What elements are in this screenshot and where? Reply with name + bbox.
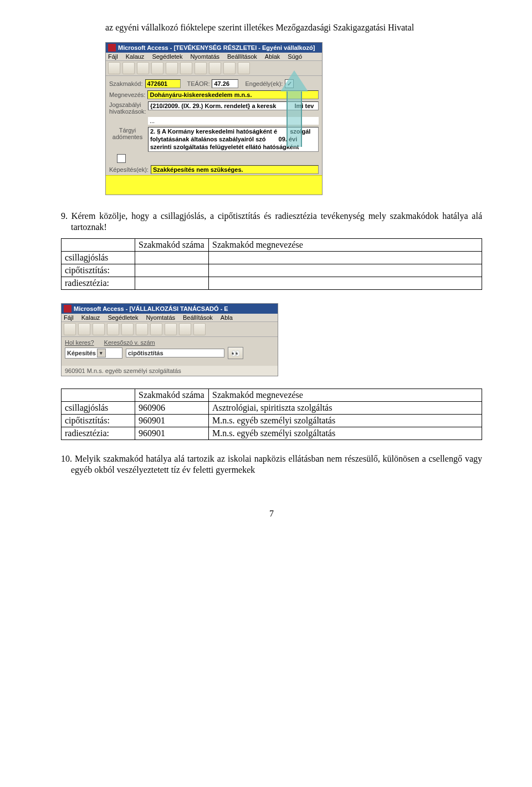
label-teaor: TEÁOR: (187, 80, 210, 87)
toolbar-button[interactable] (193, 323, 206, 335)
chevron-down-icon[interactable]: ▾ (97, 349, 106, 357)
menu-item[interactable]: Segédletek (152, 53, 182, 60)
checkbox-engedely[interactable]: ✓ (285, 79, 294, 88)
toolbar-button[interactable] (179, 323, 191, 335)
text-targyi-2b: 09. évi (279, 136, 298, 142)
toolbar-button[interactable] (64, 323, 76, 335)
app-icon (64, 305, 71, 313)
toolbar-button[interactable] (122, 62, 135, 74)
th-desc: Szakmakód megnevezése (209, 389, 482, 402)
row-label: csillagjóslás (62, 402, 135, 415)
row-label: cipőtisztítás: (62, 264, 135, 277)
dropdown-hol[interactable]: Képesítés ▾ (65, 347, 122, 359)
window-title: Microsoft Access - [TEVÉKENYSÉG RÉSZLETE… (118, 44, 315, 51)
field-kepesites[interactable]: Szakképesítés nem szükséges. (151, 165, 319, 174)
table-filled: Szakmakód száma Szakmakód megnevezése cs… (61, 389, 482, 440)
field-megnevezes[interactable]: Dohányáru-kiskereskedelem m.n.s. (147, 90, 319, 99)
toolbar-button[interactable] (165, 323, 177, 335)
row-label: radiesztézia: (62, 427, 135, 440)
row-desc: M.n.s. egyéb személyi szolgáltatás (209, 427, 482, 440)
field-jogszab: {210/2009. (IX. 29.) Korm. rendelet} a k… (150, 103, 276, 109)
row-label: cipőtisztítás: (62, 415, 135, 427)
search-result[interactable]: 960901 M.n.s. egyéb személyi szolgáltatá… (62, 366, 278, 376)
menu-bar[interactable]: Fájl Kalauz Segédletek Nyomtatás Beállít… (62, 314, 278, 322)
label-engedely: Engedély(ek): (245, 80, 283, 87)
th-code: Szakmakód száma (135, 239, 209, 252)
text-targyi-2: folytatásának általános szabályairól szó (150, 136, 265, 142)
menu-item[interactable]: Kalauz (126, 53, 145, 60)
toolbar-button[interactable] (151, 62, 163, 74)
window-titlebar: Microsoft Access - [TEVÉKENYSÉG RÉSZLETE… (106, 43, 322, 53)
field-dots: ... (148, 117, 319, 125)
toolbar-button[interactable] (136, 323, 148, 335)
window-title: Microsoft Access - [VÁLLALKOZÁSI TANÁCSA… (74, 305, 228, 312)
menu-item[interactable]: Kalauz (81, 314, 100, 321)
field-teaor[interactable]: 47.26 (212, 79, 238, 88)
label-jogszab: Jogszabályi hivatkozások: (109, 101, 146, 115)
row-desc: M.n.s. egyéb személyi szolgáltatás (209, 415, 482, 427)
table-blank: Szakmakód száma Szakmakód megnevezése cs… (61, 238, 482, 290)
toolbar-button[interactable] (209, 62, 221, 74)
question-10: 10. Melyik szakmakód hatálya alá tartozi… (61, 453, 482, 476)
text-targyi-3: szerinti szolgáltatás felügyeletét ellát… (150, 144, 316, 151)
intro-text: az egyéni vállalkozó fióktelepe szerint … (61, 22, 482, 33)
toolbar-button[interactable] (107, 323, 119, 335)
menu-item[interactable]: Beállítások (183, 314, 213, 321)
menu-item[interactable]: Segédletek (108, 314, 138, 321)
toolbar-button[interactable] (180, 62, 192, 74)
row-code: 960906 (135, 402, 209, 415)
toolbar (62, 322, 278, 337)
menu-bar[interactable]: Fájl Kalauz Segédletek Nyomtatás Beállít… (106, 53, 322, 61)
page-number: 7 (61, 509, 482, 519)
toolbar-button[interactable] (121, 323, 134, 335)
toolbar-button[interactable] (223, 62, 236, 74)
field-szakmakod[interactable]: 472601 (145, 79, 181, 88)
input-kereso[interactable]: cipőtisztítás (126, 349, 224, 357)
question-9: 9. Kérem közölje, hogy a csillagjóslás, … (61, 211, 482, 233)
label-megnevezes: Megnevezés: (109, 91, 145, 98)
label-kereso: Keresőszó v. szám (104, 339, 155, 346)
menu-item[interactable]: Nyomtatás (190, 53, 219, 60)
toolbar-button[interactable] (166, 62, 178, 74)
menu-item[interactable]: Fájl (64, 314, 74, 321)
window-titlebar: Microsoft Access - [VÁLLALKOZÁSI TANÁCSA… (62, 304, 278, 314)
search-binoculars-icon[interactable]: 👀 (228, 347, 243, 359)
toolbar-button[interactable] (78, 323, 90, 335)
toolbar (106, 61, 322, 76)
app-icon (108, 44, 116, 52)
field-jogszab-tail: lmi tev (295, 103, 314, 109)
th-desc: Szakmakód megnevezése (209, 239, 482, 252)
text-targyi-1b: szolgál (290, 128, 310, 135)
menu-item[interactable]: Súgó (288, 53, 302, 60)
row-label: csillagjóslás (62, 252, 135, 264)
toolbar-button[interactable] (150, 323, 162, 335)
toolbar-button[interactable] (108, 62, 120, 74)
toolbar-button[interactable] (195, 62, 207, 74)
menu-item[interactable]: Fájl (108, 53, 118, 60)
toolbar-button[interactable] (93, 323, 105, 335)
menu-item[interactable]: Ablak (265, 53, 280, 60)
checkbox-targyi[interactable] (117, 154, 126, 163)
label-targyi: Tárgyi adómentes (109, 127, 146, 140)
row-code: 960901 (135, 427, 209, 440)
th-code: Szakmakód száma (135, 389, 209, 402)
menu-item[interactable]: Abla (221, 314, 233, 321)
screenshot-1: Microsoft Access - [TEVÉKENYSÉG RÉSZLETE… (105, 42, 482, 195)
toolbar-button[interactable] (238, 62, 250, 74)
label-kepesites: Képesítés(ek): (109, 166, 149, 173)
row-desc: Asztrológiai, spiritiszta szolgáltás (209, 402, 482, 415)
label-hol: Hol keres? (65, 339, 94, 346)
row-code: 960901 (135, 415, 209, 427)
text-targyi-1: 2. § A Kormány kereskedelmi hatóságként … (150, 128, 277, 135)
menu-item[interactable]: Nyomtatás (146, 314, 175, 321)
screenshot-2: Microsoft Access - [VÁLLALKOZÁSI TANÁCSA… (61, 303, 278, 376)
menu-item[interactable]: Beállítások (227, 53, 257, 60)
toolbar-button[interactable] (137, 62, 149, 74)
label-szakmakod: Szakmakód: (109, 80, 143, 87)
row-label: radiesztézia: (62, 277, 135, 290)
